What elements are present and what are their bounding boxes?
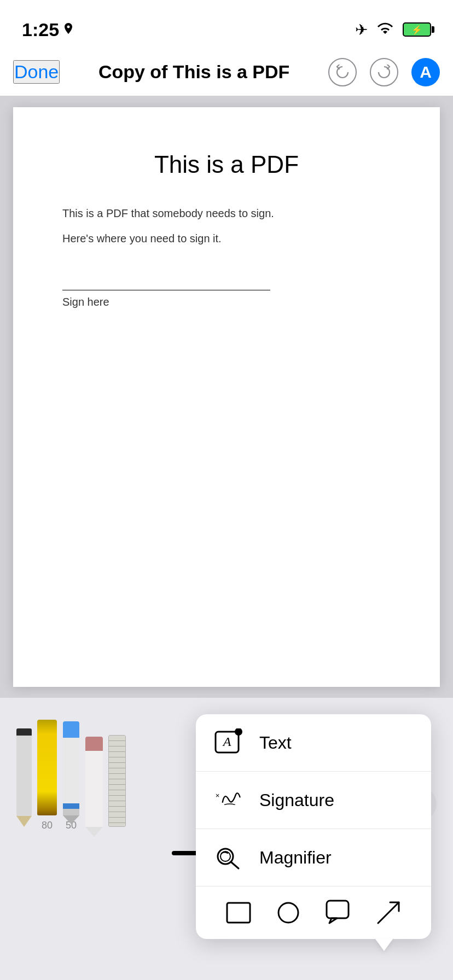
popup-signature-item[interactable]: × Signature (196, 772, 431, 829)
rectangle-shape-button[interactable] (223, 897, 254, 928)
marker-number: 80 (38, 820, 56, 831)
signature-line (62, 290, 270, 290)
sign-here-label: Sign here (62, 296, 109, 308)
signature-icon-wrap: × (213, 785, 244, 815)
pdf-container: This is a PDF This is a PDF that somebod… (0, 96, 453, 698)
redo-button[interactable] (370, 58, 398, 86)
shapes-row (196, 886, 431, 939)
pencil-tool[interactable] (16, 728, 32, 831)
pdf-title: This is a PDF (62, 151, 391, 178)
airplane-icon: ✈ (355, 21, 368, 39)
nav-title: Copy of This is a PDF (98, 61, 289, 83)
status-bar: 1:25 ✈ ⚡ (0, 0, 453, 48)
svg-text:×: × (216, 791, 220, 800)
time-text: 1:25 (22, 19, 59, 40)
battery-indicator: ⚡ (403, 22, 431, 37)
magnifier-label: Magnifier (259, 848, 332, 868)
eraser-tool[interactable] (85, 737, 103, 831)
svg-line-6 (231, 862, 239, 868)
popup-arrow (375, 939, 393, 951)
markup-button[interactable]: A (411, 58, 440, 86)
magnifier-icon (213, 843, 244, 872)
svg-text:A: A (222, 734, 231, 749)
status-icons: ✈ ⚡ (355, 21, 431, 39)
svg-point-2 (235, 728, 242, 736)
text-label: Text (259, 733, 292, 753)
done-button[interactable]: Done (13, 60, 60, 84)
signature-icon: × (213, 786, 244, 814)
popup-menu: A Text × Signature (196, 714, 431, 939)
pdf-body-1: This is a PDF that somebody needs to sig… (62, 206, 391, 221)
pdf-page: This is a PDF This is a PDF that somebod… (13, 107, 440, 687)
svg-point-8 (278, 903, 298, 923)
svg-rect-7 (227, 903, 250, 923)
magnifier-icon-wrap (213, 842, 244, 873)
popup-text-item[interactable]: A Text (196, 714, 431, 772)
undo-button[interactable] (328, 58, 357, 86)
arrow-shape-button[interactable] (373, 897, 404, 928)
popup-magnifier-item[interactable]: Magnifier (196, 829, 431, 886)
nav-actions: A (328, 58, 440, 86)
battery-icon: ⚡ (403, 22, 431, 37)
pdf-body-2: Here's where you need to sign it. (62, 231, 391, 246)
circle-shape-button[interactable] (273, 897, 304, 928)
markup-icon: A (420, 63, 432, 81)
nav-bar: Done Copy of This is a PDF A (0, 48, 453, 96)
location-icon (63, 23, 73, 36)
speech-bubble-shape-button[interactable] (323, 897, 354, 928)
toolbar-area: A Text × Signature (0, 698, 453, 866)
text-box-icon: A (213, 728, 244, 757)
svg-rect-9 (327, 901, 349, 918)
wifi-icon (375, 22, 395, 37)
signature-label: Signature (259, 790, 334, 810)
ruler-tool[interactable] (108, 735, 126, 831)
marker-tool[interactable]: 80 (37, 720, 57, 831)
status-time: 1:25 (22, 19, 73, 40)
svg-line-10 (378, 902, 399, 923)
pen-tool[interactable]: 50 (62, 721, 80, 831)
text-icon-wrap: A (213, 727, 244, 758)
